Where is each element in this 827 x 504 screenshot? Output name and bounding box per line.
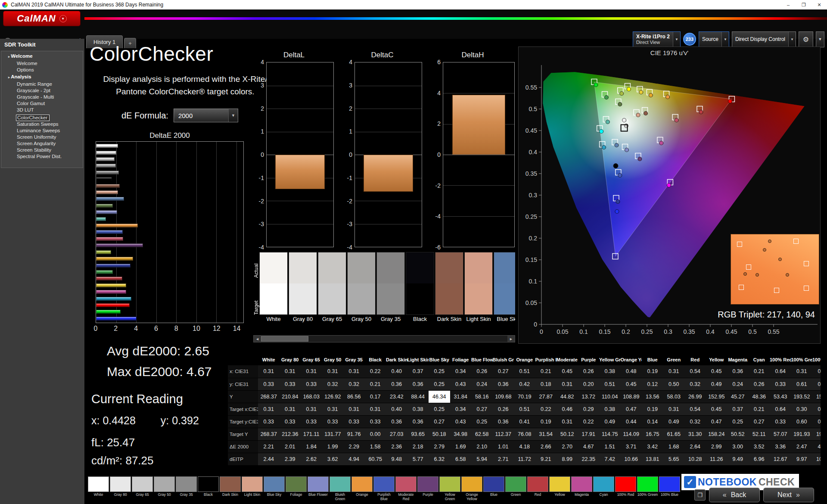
cell-target-x-cie31-yellow-green[interactable]: 0.38 bbox=[599, 403, 621, 415]
chevron-down-icon[interactable]: ▼ bbox=[788, 32, 796, 47]
cell-e-2000-cyan[interactable]: 3.52 bbox=[749, 440, 770, 453]
back-button[interactable]: « Back bbox=[709, 488, 760, 502]
cell-y-cie31-yellow-green[interactable]: 0.51 bbox=[599, 378, 621, 390]
cell-target-x-cie31-gray-65[interactable]: 0.31 bbox=[301, 403, 322, 415]
cell-x-cie31-red[interactable]: 0.54 bbox=[684, 365, 706, 378]
sidebar-item-options[interactable]: Options bbox=[1, 67, 83, 73]
cell-target-x-cie31-orange[interactable]: 0.51 bbox=[514, 403, 535, 415]
swatch-scrollbar[interactable]: ◄ ► bbox=[253, 335, 515, 342]
column-header-moderate-red[interactable]: Moderate Red bbox=[557, 354, 578, 365]
cell-target-y-cie31-gray-50[interactable]: 0.33 bbox=[322, 415, 344, 428]
cell-x-cie31-100-red[interactable]: 0.64 bbox=[770, 365, 791, 378]
compare-cell-white[interactable]: White bbox=[259, 252, 288, 326]
cell-target-y-100-blue[interactable]: 19.80 bbox=[812, 428, 821, 440]
column-header-orange[interactable]: Orange bbox=[514, 354, 535, 365]
cell-e-2000-purple[interactable]: 4.67 bbox=[578, 440, 600, 453]
cell-target-x-cie31-100-red[interactable]: 0.64 bbox=[770, 403, 791, 415]
cell-x-cie31-foliage[interactable]: 0.34 bbox=[450, 365, 472, 378]
strip-patch-blue[interactable]: Blue bbox=[483, 476, 504, 501]
cell-deitp-100-green[interactable]: 9.97 bbox=[791, 453, 813, 465]
sidebar-item-spectral-power-dist[interactable]: Spectral Power Dist. bbox=[1, 153, 83, 160]
cell-deitp-light-skin[interactable]: 5.77 bbox=[407, 453, 429, 465]
cell-y-bluish-green[interactable]: 109.68 bbox=[493, 390, 514, 403]
cell-y-cyan[interactable]: 48.36 bbox=[749, 390, 770, 403]
cell-x-cie31-purple[interactable]: 0.26 bbox=[578, 365, 600, 378]
strip-patch-purplish-blue[interactable]: Purplish Blue bbox=[373, 476, 395, 501]
cell-y-cie31-cyan[interactable]: 0.26 bbox=[749, 378, 770, 390]
cell-deitp-blue[interactable]: 13.81 bbox=[642, 453, 663, 465]
cell-y-cie31-orange[interactable]: 0.42 bbox=[514, 378, 535, 390]
cell-target-y-cie31-white[interactable]: 0.33 bbox=[258, 415, 280, 428]
cell-y-magenta[interactable]: 45.27 bbox=[727, 390, 749, 403]
maximize-button[interactable]: ❐ bbox=[796, 0, 811, 9]
cell-e-2000-bluish-green[interactable]: 1.01 bbox=[493, 440, 514, 453]
cell-x-cie31-gray-35[interactable]: 0.31 bbox=[343, 365, 365, 378]
column-header-magenta[interactable]: Magenta bbox=[727, 354, 749, 365]
compare-cell-gray-80[interactable]: Gray 80 bbox=[289, 252, 317, 326]
cell-target-x-cie31-white[interactable]: 0.31 bbox=[258, 403, 280, 415]
column-header-100-blue[interactable]: 100% Blue bbox=[812, 354, 821, 365]
cell-y-cie31-100-green[interactable]: 0.61 bbox=[791, 378, 813, 390]
cell-x-cie31-blue[interactable]: 0.19 bbox=[642, 365, 663, 378]
cell-target-y-cie31-orange[interactable]: 0.41 bbox=[514, 415, 535, 428]
strip-patch-magenta[interactable]: Magenta bbox=[571, 476, 592, 501]
cell-target-y-cie31-blue-flower[interactable]: 0.25 bbox=[471, 415, 493, 428]
cell-deitp-gray-80[interactable]: 2.39 bbox=[280, 453, 301, 465]
cell-target-x-cie31-moderate-red[interactable]: 0.46 bbox=[557, 403, 578, 415]
cell-y-100-blue[interactable]: 15.93 bbox=[812, 390, 821, 403]
cell-y-cie31-blue[interactable]: 0.12 bbox=[642, 378, 663, 390]
cell-y-cie31-moderate-red[interactable]: 0.31 bbox=[557, 378, 578, 390]
cell-target-x-cie31-cyan[interactable]: 0.21 bbox=[749, 403, 770, 415]
cell-e-2000-black[interactable]: 1.58 bbox=[365, 440, 386, 453]
cell-x-cie31-purplish-blue[interactable]: 0.21 bbox=[535, 365, 557, 378]
cell-x-cie31-black[interactable]: 0.22 bbox=[365, 365, 386, 378]
cell-x-cie31-blue-sky[interactable]: 0.25 bbox=[429, 365, 450, 378]
strip-patch-100-red[interactable]: 100% Red bbox=[615, 476, 636, 501]
cell-y-cie31-black[interactable]: 0.21 bbox=[365, 378, 386, 390]
cell-deitp-red[interactable]: 10.28 bbox=[684, 453, 706, 465]
cell-target-x-cie31-bluish-green[interactable]: 0.26 bbox=[493, 403, 514, 415]
cell-target-y-cie31-purplish-blue[interactable]: 0.19 bbox=[535, 415, 557, 428]
strip-patch-blue-flower[interactable]: Blue Flower bbox=[308, 476, 329, 501]
cell-x-cie31-magenta[interactable]: 0.36 bbox=[727, 365, 749, 378]
cell-y-light-skin[interactable]: 88.44 bbox=[407, 390, 429, 403]
cell-y-100-green[interactable]: 193.52 bbox=[791, 390, 813, 403]
layout-icon[interactable]: ❐ bbox=[694, 489, 706, 501]
results-table-wrap[interactable]: WhiteGray 80Gray 65Gray 50Gray 35BlackDa… bbox=[228, 354, 821, 467]
cell-target-y-purplish-blue[interactable]: 31.54 bbox=[535, 428, 557, 440]
column-header-blue-flower[interactable]: Blue Flower bbox=[471, 354, 493, 365]
cell-deitp-blue-sky[interactable]: 6.32 bbox=[429, 453, 450, 465]
strip-patch-cyan[interactable]: Cyan bbox=[593, 476, 614, 501]
calman-logo-menu-icon[interactable]: ▼ bbox=[59, 15, 67, 22]
cell-y-purplish-blue[interactable]: 27.87 bbox=[535, 390, 557, 403]
cell-target-y-cie31-orange-yellow[interactable]: 0.44 bbox=[621, 415, 642, 428]
column-header-red[interactable]: Red bbox=[684, 354, 706, 365]
sidebar-item-analysis[interactable]: Analysis bbox=[1, 73, 83, 81]
cell-x-cie31-bluish-green[interactable]: 0.27 bbox=[493, 365, 514, 378]
cell-deitp-white[interactable]: 2.44 bbox=[258, 453, 280, 465]
cell-e-2000-gray-50[interactable]: 1.99 bbox=[322, 440, 344, 453]
cell-deitp-yellow[interactable]: 11.26 bbox=[706, 453, 728, 465]
cell-e-2000-blue[interactable]: 3.42 bbox=[642, 440, 663, 453]
cell-y-cie31-red[interactable]: 0.32 bbox=[684, 378, 706, 390]
cell-target-y-orange-yellow[interactable]: 114.09 bbox=[621, 428, 642, 440]
cell-target-y-gray-50[interactable]: 131.77 bbox=[322, 428, 344, 440]
cell-deitp-gray-50[interactable]: 3.62 bbox=[322, 453, 344, 465]
cell-target-x-cie31-dark-skin[interactable]: 0.40 bbox=[386, 403, 407, 415]
cell-target-y-cie31-bluish-green[interactable]: 0.36 bbox=[493, 415, 514, 428]
cell-target-y-white[interactable]: 268.37 bbox=[258, 428, 280, 440]
cell-target-y-cie31-green[interactable]: 0.49 bbox=[663, 415, 685, 428]
cell-x-cie31-yellow[interactable]: 0.45 bbox=[706, 365, 728, 378]
cell-target-y-cie31-gray-35[interactable]: 0.33 bbox=[343, 415, 365, 428]
gear-icon[interactable]: ⚙ bbox=[799, 31, 813, 47]
cell-y-yellow-green[interactable]: 110.04 bbox=[599, 390, 621, 403]
cell-target-y-cie31-100-red[interactable]: 0.33 bbox=[770, 415, 791, 428]
strip-patch-bluish-green[interactable]: Bluish Green bbox=[330, 476, 351, 501]
cell-x-cie31-cyan[interactable]: 0.21 bbox=[749, 365, 770, 378]
cell-y-cie31-light-skin[interactable]: 0.36 bbox=[407, 378, 429, 390]
calman-logo[interactable]: CalMAN ▼ bbox=[3, 11, 80, 26]
column-header-gray-65[interactable]: Gray 65 bbox=[301, 354, 322, 365]
cell-target-y-cie31-yellow[interactable]: 0.47 bbox=[706, 415, 728, 428]
cell-target-y-cie31-black[interactable]: 0.33 bbox=[365, 415, 386, 428]
cell-e-2000-100-blue[interactable]: 4.06 bbox=[812, 440, 821, 453]
